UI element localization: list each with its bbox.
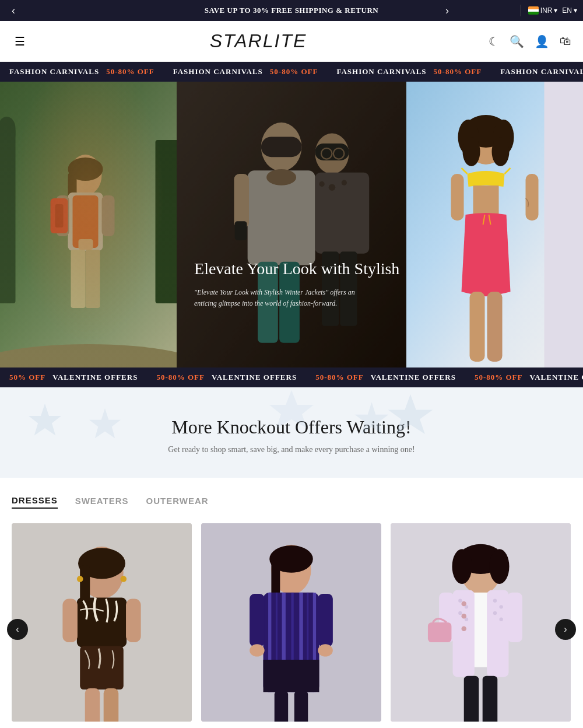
hero-right-panel [406,82,583,368]
off-label: 50% OFF [9,373,45,382]
product-card-1[interactable]: Women summer shorts & top [12,523,192,728]
svg-rect-38 [544,82,583,368]
svg-rect-10 [57,195,69,236]
svg-rect-83 [264,660,319,692]
search-icon: 🔍 [510,35,524,48]
svg-rect-64 [62,599,78,643]
header-right: ☾ 🔍 👤 🛍 [489,34,571,48]
svg-point-94 [489,549,509,584]
svg-point-103 [499,605,503,608]
products-next-button[interactable]: › [555,619,576,640]
ticker-item: FASHION CARNIVALS 50-80% OFF [491,67,583,76]
svg-rect-0 [0,82,177,368]
off-label: 50-80% OFF [156,373,205,382]
ticker-content: FASHION CARNIVALS 50-80% OFF FASHION CAR… [0,67,583,76]
products-tabs: DRESSES SWEATERS OUTERWEAR [12,495,571,509]
logo-italic: LITE [263,30,307,51]
product-1-svg [12,523,192,722]
svg-rect-88 [275,691,288,722]
logo[interactable]: STARLITE [28,30,489,52]
svg-point-100 [458,611,462,615]
currency-chevron: ▾ [554,6,557,15]
products-grid: ‹ [12,523,571,728]
svg-rect-89 [294,691,308,722]
svg-rect-97 [487,590,508,677]
currency-label: INR [540,6,553,15]
svg-rect-14 [86,250,100,308]
language-label: EN [562,6,572,15]
header-left: ☰ [12,32,28,51]
tab-dresses[interactable]: DRESSES [12,495,58,509]
svg-point-6 [68,158,103,181]
fashion-label: FASHION CARNIVALS [500,67,583,76]
valentine-label: VALENTINE OFFERS [529,373,583,382]
hamburger-icon: ☰ [15,35,25,48]
cart-button[interactable]: 🛍 [560,34,571,48]
product-card-2[interactable]: Women printed kurta [201,523,381,728]
products-prev-button[interactable]: ‹ [7,619,28,640]
offers-section: More Knockout Offers Waiting! Get ready … [0,387,583,478]
language-selector[interactable]: EN ▾ [562,6,577,15]
announcement-text: SAVE UP TO 30% FREE SHIPPING & RETURN [0,6,583,15]
ticker-content-2: 50% OFF VALENTINE OFFERS 50-80% OFF VALE… [0,373,583,382]
product-2-svg [201,523,381,722]
offers-subtext: Get ready to shop smart, save big, and m… [12,445,571,454]
hamburger-button[interactable]: ☰ [12,32,28,51]
tab-sweaters[interactable]: SWEATERS [75,495,129,509]
hero-subtext: "Elevate Your Look with Stylish Winter J… [194,287,357,309]
currency-selector[interactable]: INR ▾ [528,6,558,15]
svg-point-106 [461,601,466,607]
svg-rect-113 [483,676,498,722]
announcement-prev-btn[interactable]: ‹ [6,5,21,17]
product-card-3[interactable]: Women front open sweater [391,523,571,728]
svg-point-86 [250,644,265,656]
search-button[interactable]: 🔍 [510,34,524,48]
discount-label: 50-80% OFF [106,67,154,76]
announcement-next-btn[interactable]: › [440,5,455,17]
svg-rect-2 [0,117,16,146]
product-3-svg [391,523,571,722]
svg-point-108 [461,626,466,631]
svg-rect-63 [77,597,127,647]
off-label: 50-80% OFF [315,373,364,382]
product-image-1 [12,523,192,722]
svg-point-5 [69,155,102,195]
svg-rect-7 [68,172,77,219]
account-button[interactable]: 👤 [535,34,549,48]
ticker-item-2: 50% OFF VALENTINE OFFERS [0,373,147,382]
valentine-label: VALENTINE OFFERS [371,373,456,382]
svg-point-102 [493,599,497,603]
svg-rect-11 [102,195,115,236]
svg-point-98 [458,599,462,603]
hero-overlay [177,82,406,368]
svg-rect-50 [451,174,463,220]
svg-rect-84 [250,594,265,647]
moon-icon: ☾ [489,35,499,48]
ticker-item: FASHION CARNIVALS 50-80% OFF [327,67,491,76]
hero-section: Elevate Your Look with Stylish "Elevate … [0,82,583,368]
product-image-2 [201,523,381,722]
tab-outerwear[interactable]: OUTERWEAR [146,495,209,509]
header-center: STARLITE [28,30,489,52]
announcement-highlight: 30% [253,6,269,15]
svg-rect-1 [0,128,16,303]
fashion-ticker-bar: FASHION CARNIVALS 50-80% OFF FASHION CAR… [0,62,583,82]
hero-text: Elevate Your Look with Stylish "Elevate … [194,258,399,309]
svg-point-70 [120,576,127,582]
ticker-item-2: 50-80% OFF VALENTINE OFFERS [465,373,583,382]
lang-chevron: ▾ [574,6,577,15]
hero-right-svg [406,82,583,368]
off-label: 50-80% OFF [475,373,523,382]
svg-rect-8 [68,192,103,251]
logo-main: STAR [210,30,263,51]
svg-point-44 [491,137,509,166]
fashion-label: FASHION CARNIVALS [9,67,99,76]
dark-mode-button[interactable]: ☾ [489,34,499,48]
products-section: DRESSES SWEATERS OUTERWEAR ‹ [0,478,583,728]
svg-rect-15 [51,198,68,233]
offers-heading: More Knockout Offers Waiting! [12,416,571,438]
svg-rect-110 [507,593,522,642]
svg-rect-13 [71,250,86,308]
fashion-label: FASHION CARNIVALS [336,67,426,76]
svg-rect-53 [487,292,502,362]
